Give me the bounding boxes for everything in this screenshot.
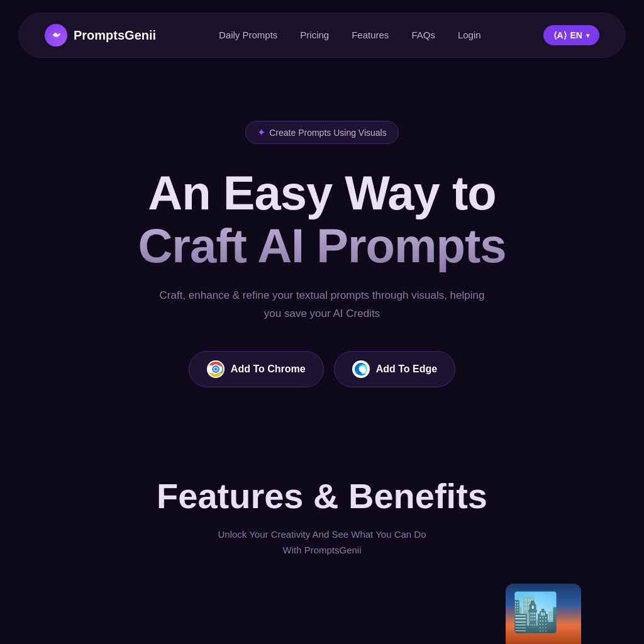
brand-name: PromptsGenii [74, 28, 156, 43]
hero-section: ✦ Create Prompts Using Visuals An Easy W… [0, 70, 644, 425]
add-to-chrome-button[interactable]: Add To Chrome [189, 351, 324, 387]
hero-title-line2: Craft AI Prompts [138, 219, 506, 272]
hero-subtitle: Craft, enhance & refine your textual pro… [152, 287, 492, 323]
features-section: Features & Benefits Unlock Your Creativi… [0, 425, 644, 644]
chrome-button-label: Add To Chrome [231, 364, 306, 375]
badge-text: Create Prompts Using Visuals [269, 128, 386, 138]
hero-title-line1: An Easy Way to [148, 166, 496, 219]
chrome-icon [207, 360, 225, 378]
nav-login[interactable]: Login [458, 30, 481, 40]
lang-label: EN [570, 30, 582, 40]
features-image-area [25, 584, 619, 644]
logo-icon [45, 24, 67, 47]
edge-icon [352, 360, 370, 378]
translate-icon: ⟨A⟩ [553, 30, 566, 40]
navbar: PromptsGenii Daily Prompts Pricing Featu… [19, 13, 625, 58]
nav-daily-prompts[interactable]: Daily Prompts [219, 30, 277, 40]
nav-pricing[interactable]: Pricing [300, 30, 329, 40]
nav-faqs[interactable]: FAQs [411, 30, 435, 40]
features-subtitle: Unlock Your Creativity And See What You … [25, 526, 619, 558]
svg-point-1 [54, 33, 58, 37]
hero-title: An Easy Way to Craft AI Prompts [25, 167, 619, 272]
add-to-edge-button[interactable]: Add To Edge [334, 351, 455, 387]
features-title: Features & Benefits [25, 475, 619, 516]
svg-point-6 [214, 367, 217, 370]
feature-building-image [506, 584, 581, 644]
language-button[interactable]: ⟨A⟩ EN ▾ [543, 25, 599, 45]
hero-badge: ✦ Create Prompts Using Visuals [245, 121, 398, 144]
nav-features[interactable]: Features [352, 30, 389, 40]
nav-links: Daily Prompts Pricing Features FAQs Logi… [219, 30, 481, 41]
logo: PromptsGenii [45, 24, 156, 47]
edge-button-label: Add To Edge [376, 364, 437, 375]
chevron-down-icon: ▾ [586, 32, 589, 39]
cta-buttons: Add To Chrome Add To Edge [25, 351, 619, 387]
sparkle-icon: ✦ [257, 126, 265, 138]
